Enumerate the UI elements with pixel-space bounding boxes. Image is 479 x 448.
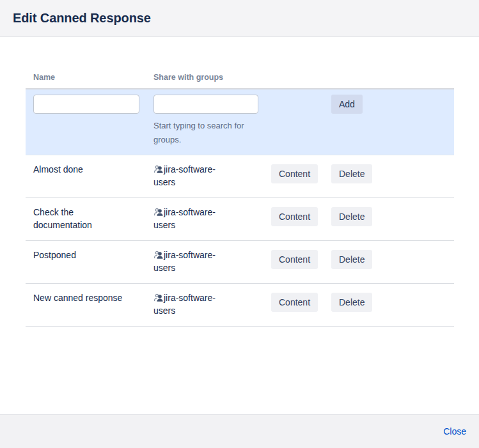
delete-button[interactable]: Delete <box>331 293 372 312</box>
response-name-cell: New canned response <box>26 291 146 317</box>
delete-button[interactable]: Delete <box>331 164 372 183</box>
dialog-title: Edit Canned Response <box>13 11 151 26</box>
table-row: Postponed jira-software-users Content De… <box>26 241 454 284</box>
share-group-cell: jira-software-users <box>146 249 263 274</box>
new-name-cell <box>26 95 146 147</box>
column-header-spacer-2 <box>324 68 454 88</box>
group-icon <box>153 207 164 217</box>
column-header-spacer-1 <box>263 68 324 88</box>
response-name-cell: Almost done <box>26 163 146 189</box>
new-response-row: Start typing to search for groups. Add <box>26 88 454 155</box>
table-row: Check the documentation jira-software-us… <box>26 198 454 241</box>
delete-cell: Delete <box>324 206 454 231</box>
content-cell: Content <box>263 291 324 317</box>
delete-button[interactable]: Delete <box>331 250 372 269</box>
response-name: Postponed <box>33 249 124 261</box>
share-group-cell: jira-software-users <box>146 163 263 189</box>
share-group-cell: jira-software-users <box>146 206 263 231</box>
delete-cell: Delete <box>324 249 454 274</box>
name-input[interactable] <box>33 95 139 114</box>
column-header-name: Name <box>26 68 146 88</box>
dialog-header: Edit Canned Response <box>0 0 479 37</box>
content-cell: Content <box>263 249 324 274</box>
new-groups-cell: Start typing to search for groups. <box>146 95 263 147</box>
table-row: Almost done jira-software-users Content … <box>26 155 454 198</box>
content-button[interactable]: Content <box>271 293 318 312</box>
response-name-cell: Check the documentation <box>26 206 146 231</box>
share-group-cell: jira-software-users <box>146 291 263 317</box>
group-icon <box>153 164 164 174</box>
content-button[interactable]: Content <box>271 164 318 183</box>
response-name-cell: Postponed <box>26 249 146 274</box>
edit-canned-response-dialog: Edit Canned Response Name Share with gro… <box>0 0 479 448</box>
dialog-footer: Close <box>0 414 479 448</box>
table-header-row: Name Share with groups <box>26 68 454 88</box>
add-button[interactable]: Add <box>331 95 363 114</box>
content-cell: Content <box>263 206 324 231</box>
delete-cell: Delete <box>324 163 454 189</box>
table-row: New canned response jira-software-users … <box>26 284 454 327</box>
response-name: Check the documentation <box>33 206 124 231</box>
content-button[interactable]: Content <box>271 207 318 226</box>
new-row-spacer <box>263 95 324 147</box>
close-link[interactable]: Close <box>443 426 466 436</box>
new-add-cell: Add <box>324 95 454 147</box>
dialog-body: Name Share with groups Start typing to s… <box>0 37 479 414</box>
content-cell: Content <box>263 163 324 189</box>
group-icon <box>153 293 164 303</box>
group-icon <box>153 250 164 260</box>
delete-cell: Delete <box>324 291 454 317</box>
response-name: New canned response <box>33 291 124 304</box>
column-header-groups: Share with groups <box>146 68 263 88</box>
groups-input[interactable] <box>153 95 258 114</box>
content-button[interactable]: Content <box>271 250 318 269</box>
groups-help-text: Start typing to search for groups. <box>153 119 263 147</box>
delete-button[interactable]: Delete <box>331 207 372 226</box>
canned-responses-table: Name Share with groups Start typing to s… <box>26 68 454 327</box>
response-name: Almost done <box>33 163 124 176</box>
